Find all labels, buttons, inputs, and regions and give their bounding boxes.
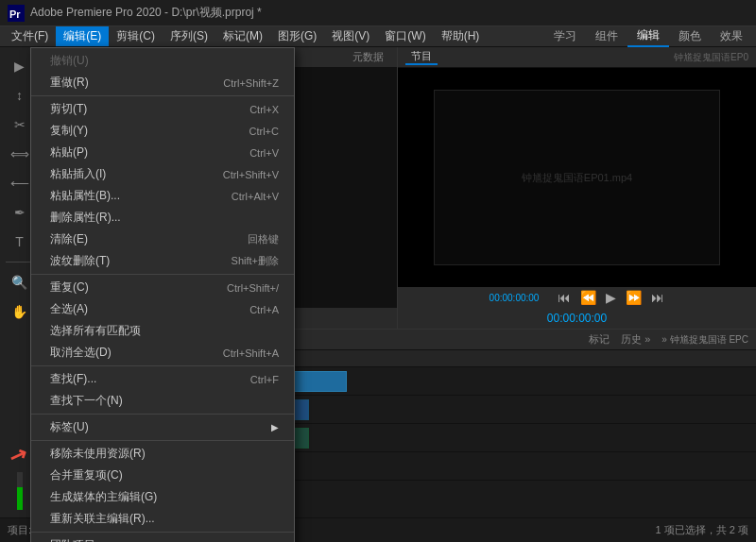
menu-paste-attr[interactable]: 粘贴属性(B)... Ctrl+Alt+V: [31, 185, 294, 207]
menu-deselect-shortcut: Ctrl+Shift+A: [223, 347, 279, 359]
menu-find-next-label: 查找下一个(N): [50, 393, 123, 409]
menu-remove-attr-label: 删除属性(R)...: [50, 210, 121, 226]
menu-cut-label: 剪切(T): [50, 101, 87, 117]
sep5: [31, 440, 294, 441]
menu-graphics[interactable]: 图形(G): [270, 26, 324, 46]
tool-audio-meter: [17, 472, 23, 517]
prog-step-back[interactable]: ⏪: [580, 290, 596, 305]
svg-text:Pr: Pr: [9, 8, 21, 20]
menu-view[interactable]: 视图(V): [324, 26, 377, 46]
menu-copy[interactable]: 复制(Y) Ctrl+C: [31, 120, 294, 142]
menu-consolidate[interactable]: 合并重复项(C): [31, 465, 294, 486]
menu-relink-master[interactable]: 重新关联主编辑(R)...: [31, 508, 294, 530]
menu-select-all[interactable]: 全选(A) Ctrl+A: [31, 298, 294, 320]
tab-effects[interactable]: 效果: [711, 26, 752, 46]
title-text: Adobe Premiere Pro 2020 - D:\pr\视频.prpro…: [30, 5, 262, 21]
menu-file[interactable]: 文件(F): [4, 26, 56, 46]
menu-deselect-label: 取消全选(D): [50, 345, 112, 361]
menu-generate-master[interactable]: 生成媒体的主编辑(G): [31, 486, 294, 508]
menu-marker[interactable]: 标记(M): [215, 26, 270, 46]
menu-edit[interactable]: 编辑(E): [56, 26, 109, 46]
menu-select-all-label: 全选(A): [50, 301, 88, 317]
prog-step-fwd[interactable]: ⏩: [626, 290, 642, 305]
menu-clear-shortcut: 回格键: [248, 232, 279, 246]
sep6: [31, 532, 294, 533]
menu-copy-shortcut: Ctrl+C: [249, 126, 279, 137]
menu-cut[interactable]: 剪切(T) Ctrl+X: [31, 98, 294, 120]
program-timecode: 00:00:00:00: [490, 293, 540, 303]
menu-label-label: 标签(U): [50, 419, 89, 435]
menu-label[interactable]: 标签(U) ▶: [31, 416, 294, 438]
menu-window[interactable]: 窗口(W): [377, 26, 433, 46]
program-monitor: 节目 钟馗捉鬼国语EP0 钟馗捉鬼国语EP01.mp4 00:00:00:00 …: [398, 47, 756, 329]
menu-select-all-shortcut: Ctrl+A: [249, 304, 279, 315]
metadata-tab[interactable]: 元数据: [347, 50, 389, 64]
tab-edit[interactable]: 编辑: [627, 25, 669, 47]
menu-bar: 文件(F) 编辑(E) 剪辑(C) 序列(S) 标记(M) 图形(G) 视图(V…: [0, 26, 756, 47]
program-monitor-header: 节目 钟馗捉鬼国语EP0: [398, 47, 756, 68]
menu-select-match[interactable]: 选择所有有匹配项: [31, 320, 294, 342]
menu-ripple-delete-shortcut: Shift+删除: [232, 254, 279, 268]
menu-find-next[interactable]: 查找下一个(N): [31, 390, 294, 412]
sep3: [31, 365, 294, 366]
menu-remove-attr[interactable]: 删除属性(R)...: [31, 207, 294, 229]
prog-play-in[interactable]: ⏮: [558, 290, 571, 305]
menu-paste[interactable]: 粘贴(P) Ctrl+V: [31, 142, 294, 163]
menu-clear-label: 清除(E): [50, 231, 88, 247]
program-timecode-bar: 00:00:00:00: [398, 308, 756, 329]
menu-cut-shortcut: Ctrl+X: [249, 104, 279, 115]
menu-select-match-label: 选择所有有匹配项: [50, 323, 141, 339]
menu-redo-label: 重做(R): [50, 75, 89, 91]
menu-remove-unused[interactable]: 移除未使用资源(R): [31, 443, 294, 465]
title-bar: Pr Adobe Premiere Pro 2020 - D:\pr\视频.pr…: [0, 0, 756, 26]
menu-paste-insert-label: 粘贴插入(I): [50, 166, 106, 182]
prog-play[interactable]: ▶: [606, 290, 616, 305]
menu-find[interactable]: 查找(F)... Ctrl+F: [31, 368, 294, 390]
menu-duplicate-label: 重复(C): [50, 279, 89, 296]
timeline-history-tab[interactable]: 历史 »: [621, 332, 650, 347]
menu-paste-attr-label: 粘贴属性(B)...: [50, 188, 120, 204]
menu-duplicate[interactable]: 重复(C) Ctrl+Shift+/: [31, 277, 294, 298]
program-video-frame: 钟馗捉鬼国语EP01.mp4: [434, 90, 720, 265]
menu-generate-master-label: 生成媒体的主编辑(G): [50, 489, 157, 505]
sep2: [31, 274, 294, 275]
tab-assembly[interactable]: 组件: [586, 26, 627, 46]
tab-learn[interactable]: 学习: [544, 26, 586, 46]
menu-copy-label: 复制(Y): [50, 123, 88, 139]
menu-undo[interactable]: 撤销(U): [31, 50, 294, 72]
menu-consolidate-label: 合并重复项(C): [50, 467, 123, 483]
menu-ripple-delete-label: 波纹删除(T): [50, 253, 110, 269]
menu-sequence[interactable]: 序列(S): [163, 26, 215, 46]
menu-deselect[interactable]: 取消全选(D) Ctrl+Shift+A: [31, 342, 294, 364]
toolbar-divider: [6, 262, 34, 263]
prog-play-out[interactable]: ⏭: [651, 290, 664, 305]
menu-duplicate-shortcut: Ctrl+Shift+/: [227, 282, 279, 294]
sep1: [31, 95, 294, 96]
edit-dropdown-menu: 撤销(U) 重做(R) Ctrl+Shift+Z 剪切(T) Ctrl+X 复制…: [30, 47, 295, 542]
sep4: [31, 414, 294, 415]
menu-paste-shortcut: Ctrl+V: [249, 147, 279, 159]
menu-redo[interactable]: 重做(R) Ctrl+Shift+Z: [31, 72, 294, 93]
menu-clear[interactable]: 清除(E) 回格键: [31, 229, 294, 250]
menu-redo-shortcut: Ctrl+Shift+Z: [223, 77, 279, 89]
status-left: 项目:: [8, 523, 31, 537]
menu-remove-unused-label: 移除未使用资源(R): [50, 446, 146, 462]
tab-color[interactable]: 颜色: [669, 26, 711, 46]
program-clip-name: 钟馗捉鬼国语EP01.mp4: [522, 171, 632, 185]
menu-relink-master-label: 重新关联主编辑(R)...: [50, 511, 155, 527]
program-controls: 00:00:00:00 ⏮ ⏪ ▶ ⏩ ⏭: [398, 287, 756, 308]
menu-help[interactable]: 帮助(H): [434, 26, 488, 46]
menu-find-shortcut: Ctrl+F: [250, 374, 279, 385]
menu-clip[interactable]: 剪辑(C): [109, 26, 163, 46]
menu-find-label: 查找(F)...: [50, 371, 96, 387]
program-sequence-label: 钟馗捉鬼国语EP0: [674, 51, 748, 64]
menu-ripple-delete[interactable]: 波纹删除(T) Shift+删除: [31, 250, 294, 272]
app-icon: Pr: [8, 5, 25, 22]
menu-team-project[interactable]: 团队项目: [31, 534, 294, 542]
program-timecode-display: 00:00:00:00: [547, 312, 607, 325]
program-tab[interactable]: 节目: [405, 49, 438, 65]
timeline-marker-tab[interactable]: 标记: [589, 332, 610, 347]
menu-paste-insert[interactable]: 粘贴插入(I) Ctrl+Shift+V: [31, 163, 294, 185]
menu-paste-attr-shortcut: Ctrl+Alt+V: [232, 191, 279, 202]
menu-paste-label: 粘贴(P): [50, 144, 88, 161]
